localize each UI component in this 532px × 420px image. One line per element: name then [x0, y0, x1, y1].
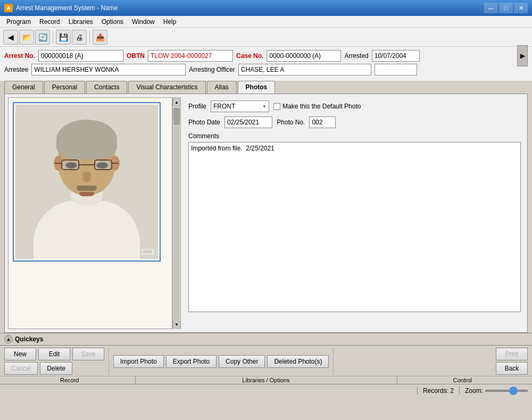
cancel-button[interactable]: Cancel	[4, 362, 38, 375]
arrestee-input[interactable]	[31, 64, 186, 75]
glasses-right	[94, 159, 112, 170]
tab-bar: General Personal Contacts Visual Charact…	[4, 81, 528, 94]
photo-no-label: Photo No.	[277, 119, 305, 126]
photo-list-area: DIGI ▲ ▼	[8, 97, 181, 329]
profile-dropdown[interactable]: FRONT ▼	[211, 100, 269, 112]
dropdown-arrow-icon: ▼	[262, 104, 267, 109]
btn-separator-1	[109, 348, 109, 375]
tab-personal[interactable]: Personal	[44, 81, 85, 94]
photo-detail-panel: Profile FRONT ▼ Make this the Default Ph…	[185, 97, 524, 329]
tabs-container: General Personal Contacts Visual Charact…	[4, 81, 528, 333]
menu-help[interactable]: Help	[159, 16, 181, 27]
toolbar-print-btn[interactable]: 🖨	[72, 30, 87, 45]
profile-value: FRONT	[213, 103, 235, 110]
header-row-1: Arrest No. OBTN Case No. Arrested ▶	[4, 50, 528, 62]
glasses-arm-left	[55, 163, 61, 164]
photo-no-input[interactable]	[309, 116, 336, 128]
control-btn-group: Print Back	[496, 348, 528, 375]
record-buttons-top: New Edit Save	[4, 348, 104, 360]
status-divider-2	[459, 387, 460, 395]
edit-button[interactable]: Edit	[38, 348, 70, 360]
status-divider	[417, 387, 418, 395]
library-buttons-top: Import Photo Export Photo Copy Other Del…	[113, 355, 329, 368]
toolbar-refresh-btn[interactable]: 🔄	[35, 30, 50, 45]
arrested-label: Arrested	[344, 52, 368, 60]
mugshot-display: DIGI	[15, 105, 158, 259]
toolbar-separator-2	[89, 31, 90, 44]
scroll-thumb[interactable]	[173, 108, 180, 124]
scroll-down-arrow[interactable]: ▼	[173, 321, 180, 328]
photo-frame: DIGI	[13, 102, 161, 262]
glasses-left	[61, 159, 79, 170]
obtn-input[interactable]	[148, 50, 233, 62]
toolbar-export-btn[interactable]: 📤	[93, 30, 107, 45]
photo-date-row: Photo Date Photo No.	[188, 116, 521, 128]
arresting-officer-input[interactable]	[238, 64, 371, 75]
case-no-label: Case No.	[236, 52, 263, 60]
delete-button[interactable]: Delete	[40, 362, 72, 375]
badge-field[interactable]	[375, 64, 417, 75]
library-btn-group: Import Photo Export Photo Copy Other Del…	[113, 355, 329, 368]
nav-arrow-right[interactable]: ▶	[517, 45, 528, 66]
title-bar-left: A Arrest Management System - Name	[4, 4, 118, 12]
back-button[interactable]: Back	[496, 362, 528, 375]
arrest-no-input[interactable]	[38, 50, 123, 62]
default-photo-label-text: Make this the Default Photo	[282, 103, 361, 110]
toolbar: ◀ 📂 🔄 💾 🖨 📤	[0, 28, 532, 47]
close-button[interactable]: ✕	[514, 3, 528, 13]
menu-program[interactable]: Program	[2, 16, 35, 27]
top-fields-row: Arrest No. OBTN Case No. Arrested	[4, 50, 513, 62]
bottom-buttons-row1: New Edit Save Cancel Delete Import Photo…	[0, 345, 532, 376]
tab-content: DIGI ▲ ▼ Profile	[4, 94, 528, 333]
app-icon: A	[4, 4, 13, 12]
status-libraries-label: Libraries / Options	[136, 376, 397, 384]
menu-options[interactable]: Options	[97, 16, 128, 27]
photo-list-scrollbar[interactable]: ▲ ▼	[172, 97, 181, 329]
quickeys-toggle-btn[interactable]: ▲	[4, 335, 13, 343]
import-photo-button[interactable]: Import Photo	[113, 355, 164, 368]
toolbar-separator-1	[53, 31, 53, 44]
export-photo-button[interactable]: Export Photo	[166, 355, 217, 368]
scroll-up-arrow[interactable]: ▲	[173, 98, 180, 106]
print-button[interactable]: Print	[496, 348, 528, 360]
toolbar-folder-btn[interactable]: 📂	[19, 30, 34, 45]
default-photo-checkbox[interactable]	[273, 103, 280, 110]
tab-photos[interactable]: Photos	[238, 81, 276, 94]
menu-record[interactable]: Record	[35, 16, 64, 27]
control-buttons-top: Print	[496, 348, 528, 360]
tab-contacts[interactable]: Contacts	[86, 81, 127, 94]
toolbar-back-btn[interactable]: ◀	[3, 30, 18, 45]
case-no-input[interactable]	[267, 50, 341, 62]
photo-thumbnail-selected[interactable]: DIGI	[9, 98, 172, 329]
tab-visual-characteristics[interactable]: Visual Characteristics	[128, 81, 205, 94]
save-button[interactable]: Save	[72, 348, 104, 360]
copy-other-button[interactable]: Copy Other	[219, 355, 265, 368]
person-hair	[56, 120, 117, 159]
menu-libraries[interactable]: Libraries	[64, 16, 97, 27]
quickeys-bar: ▲ Quickeys	[0, 333, 532, 345]
photo-list: DIGI	[8, 97, 172, 329]
comments-section: Comments Imported from file. 2/25/2021	[188, 132, 521, 312]
form-area: Arrest No. OBTN Case No. Arrested ▶ Arre…	[0, 47, 532, 81]
status-record-label: Record	[4, 376, 136, 384]
default-photo-checkbox-label[interactable]: Make this the Default Photo	[273, 103, 361, 110]
tab-alias[interactable]: Alias	[207, 81, 237, 94]
photo-date-input[interactable]	[225, 116, 272, 128]
zoom-slider[interactable]	[485, 390, 528, 392]
arrestee-label: Arrestee	[4, 66, 28, 73]
glasses-arm-right	[112, 163, 119, 164]
status-labels-bar: Record Libraries / Options Control	[0, 376, 532, 384]
btn-separator-2	[333, 348, 334, 375]
toolbar-save-btn[interactable]: 💾	[56, 30, 71, 45]
menu-window[interactable]: Window	[128, 16, 159, 27]
deleted-photos-button[interactable]: Deleted Photo(s)	[267, 355, 329, 368]
tab-general[interactable]: General	[4, 81, 43, 94]
minimize-button[interactable]: —	[484, 3, 498, 13]
photo-date-label: Photo Date	[188, 119, 220, 126]
records-count: Records: 2	[423, 387, 454, 394]
comments-textarea[interactable]: Imported from file. 2/25/2021	[188, 142, 521, 312]
maximize-button[interactable]: □	[499, 3, 513, 13]
new-button[interactable]: New	[4, 348, 36, 360]
obtn-label: OBTN	[127, 52, 145, 60]
arrested-input[interactable]	[372, 50, 420, 62]
